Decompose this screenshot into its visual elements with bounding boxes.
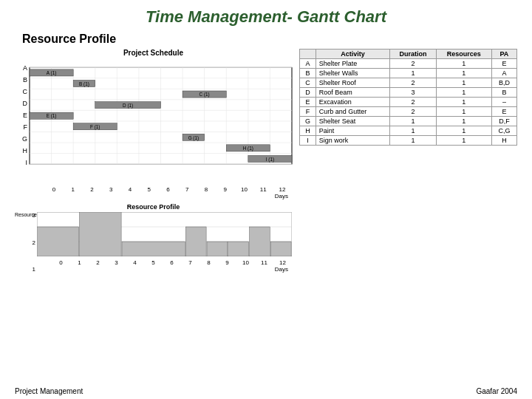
resource-profile-title: Resource Profile [15, 203, 292, 211]
gantt-row-label: I [15, 157, 30, 168]
table-header: PA [491, 50, 516, 59]
gantt-x-label: 5 [140, 186, 159, 193]
resource-svg [37, 212, 292, 256]
table-cell: C,G [491, 126, 516, 136]
gantt-x-label: 6 [159, 186, 178, 193]
table-cell: 2 [390, 107, 437, 117]
table-row: FCurb and Gutter21E [300, 107, 517, 117]
table-cell: H [491, 136, 516, 146]
gantt-bar-label: I (1) [266, 157, 274, 163]
resource-x-label: 7 [181, 259, 200, 266]
resource-x-label: 1 [70, 259, 89, 266]
gantt-grid-area: A (1)B (1)C (1)D (1)E (1)F (1)G (1)H (1)… [30, 58, 292, 200]
table-cell: 1 [436, 107, 491, 117]
table-cell: D,F [491, 117, 516, 126]
resource-bar [80, 212, 122, 256]
gantt-bar-label: C (1) [200, 92, 210, 98]
gantt-x-axis: 0123456789101112 [44, 186, 292, 193]
gantt-bar-label: E (1) [47, 113, 57, 119]
table-cell: Roof Beam [316, 88, 389, 98]
resource-x-label: 9 [218, 259, 236, 266]
table-cell: 1 [436, 88, 491, 98]
table-cell: Sign work [316, 136, 389, 146]
gantt-x-label: 2 [83, 186, 102, 193]
resource-profile-section: Resource Profile Resource Limits 321 012… [15, 203, 292, 273]
table-cell: 2 [390, 98, 437, 107]
resource-bar [228, 242, 249, 256]
table-cell: Paint [316, 126, 389, 136]
resource-bar [37, 227, 79, 256]
top-section: Project Schedule ABCDEFGHI A (1)B (1)C (… [15, 49, 517, 273]
gantt-bar-label: D (1) [123, 103, 133, 109]
gantt-row-label: A [15, 62, 30, 74]
resource-y-label: 2 [33, 239, 35, 246]
gantt-bar-label: H (1) [243, 146, 253, 151]
table-row: DRoof Beam31B [300, 88, 517, 98]
table-row: GShelter Seat11D,F [300, 117, 517, 126]
gantt-x-label: 7 [177, 186, 197, 193]
resource-bar [207, 242, 228, 256]
resource-x-label: 10 [236, 259, 255, 266]
resource-x-label: 0 [52, 259, 70, 266]
table-cell: 1 [436, 136, 491, 146]
gantt-x-label: 8 [197, 186, 216, 193]
table-cell: Shelter Walls [316, 69, 389, 78]
resource-x-label: 6 [163, 259, 181, 266]
resource-chart-wrapper: Resource Limits 321 0123456789101112 Day… [15, 212, 292, 273]
footer-right: Gaafar 2004 [476, 387, 517, 395]
table-cell: C [300, 78, 316, 88]
table-cell: 1 [390, 117, 437, 126]
page-title: Time Management- Gantt Chart [15, 7, 517, 27]
table-cell: E [300, 98, 316, 107]
gantt-row-label: G [15, 133, 30, 145]
gantt-x-label: 1 [64, 186, 83, 193]
project-schedule-label: Project Schedule [15, 49, 292, 57]
gantt-x-label: 0 [44, 186, 64, 193]
gantt-x-label: 11 [253, 186, 273, 193]
table-cell: 2 [390, 59, 437, 69]
gantt-bar-label: A (1) [47, 70, 56, 76]
table-cell: 1 [436, 59, 491, 69]
resource-bar [185, 227, 206, 256]
resource-x-label: 11 [255, 259, 273, 266]
table-cell: 3 [390, 88, 437, 98]
table-header: Duration [390, 50, 437, 59]
table-cell: B [300, 69, 316, 78]
gantt-row-label: C [15, 86, 30, 98]
gantt-x-label: 12 [273, 186, 292, 193]
table-cell: 1 [390, 69, 437, 78]
resource-x-label: 12 [273, 259, 292, 266]
table-cell: A [491, 69, 516, 78]
table-cell: D [300, 88, 316, 98]
gantt-row-label: E [15, 109, 30, 121]
resource-y-label: 3 [33, 212, 35, 219]
table-cell: Curb and Gutter [316, 107, 389, 117]
activity-table-area: ActivityDurationResourcesPAAShelter Plat… [299, 49, 517, 273]
table-cell: Shelter Roof [316, 78, 389, 88]
table-row: CShelter Roof21B,D [300, 78, 517, 88]
table-cell: I [300, 136, 316, 146]
resource-x-label: 4 [126, 259, 144, 266]
gantt-area: Project Schedule ABCDEFGHI A (1)B (1)C (… [15, 49, 292, 273]
gantt-bar-label: B (1) [79, 81, 89, 87]
resource-x-label: 5 [144, 259, 163, 266]
table-row: HPaint11C,G [300, 126, 517, 136]
table-cell: Shelter Seat [316, 117, 389, 126]
table-cell: B [491, 88, 516, 98]
table-cell: 1 [436, 126, 491, 136]
gantt-x-label: 3 [101, 186, 120, 193]
resource-x-axis-title: Days [37, 266, 288, 273]
gantt-row-labels: ABCDEFGHI [15, 58, 30, 200]
table-cell: – [491, 98, 516, 107]
resource-bar [122, 242, 185, 256]
resource-profile-label: Resource Profile [22, 33, 517, 46]
gantt-x-label: 10 [235, 186, 254, 193]
table-cell: 1 [436, 78, 491, 88]
page: Time Management- Gantt Chart Resource Pr… [0, 0, 532, 399]
table-header: Resources [436, 50, 491, 59]
gantt-x-axis-title: Days [30, 193, 288, 200]
table-cell: 1 [390, 126, 437, 136]
gantt-x-label: 9 [216, 186, 235, 193]
table-cell: Excavation [316, 98, 389, 107]
table-row: AShelter Plate21E [300, 59, 517, 69]
